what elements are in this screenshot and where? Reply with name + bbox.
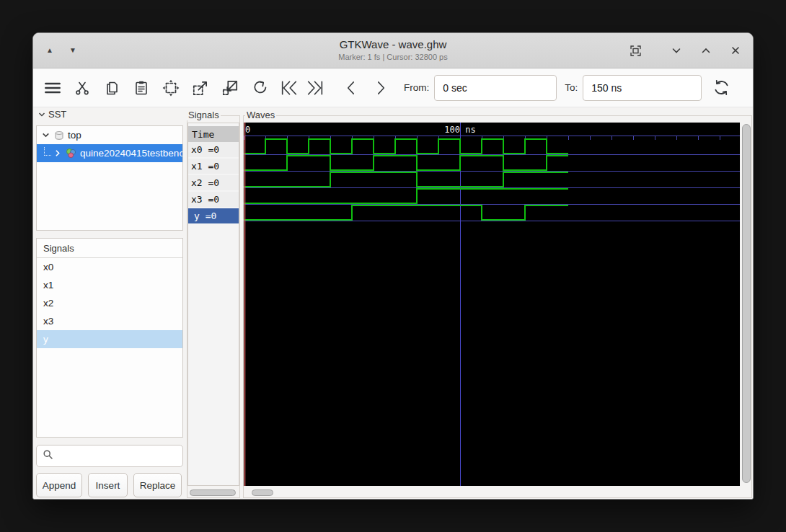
to-label: To: [565, 82, 578, 93]
minimize-icon[interactable] [671, 45, 682, 56]
zoom-in-icon[interactable] [190, 77, 211, 99]
wave-names-frame-label: Signals [187, 110, 221, 120]
gtkwave-window: ▲ ▼ GTKWave - wave.ghw Marker: 1 fs | Cu… [32, 32, 754, 500]
chevron-right-icon[interactable] [53, 148, 62, 158]
marker-cursor-statusline: Marker: 1 fs | Cursor: 32800 ps [177, 53, 609, 61]
jump-to-start-icon[interactable] [278, 77, 300, 99]
chevron-down-icon [37, 110, 46, 119]
signal-list-item-x2[interactable]: x2 [37, 294, 182, 312]
insert-button[interactable]: Insert [88, 473, 128, 497]
sst-label: SST [48, 109, 66, 120]
undo-icon[interactable] [249, 77, 270, 99]
menu-icon[interactable] [42, 77, 63, 99]
signal-list-item-x1[interactable]: x1 [37, 276, 182, 294]
svg-text:0: 0 [245, 125, 250, 135]
sidebar-signals-list: x0x1x2x3y [37, 258, 182, 348]
chevron-down-icon[interactable] [41, 130, 50, 140]
tree-item-top[interactable]: top [37, 126, 182, 144]
sidebar-signals-header: Signals [37, 239, 182, 258]
titlebar[interactable]: ▲ ▼ GTKWave - wave.ghw Marker: 1 fs | Cu… [33, 33, 753, 68]
cut-icon[interactable] [71, 77, 93, 99]
module-icon [66, 148, 76, 159]
wave-canvas[interactable]: 0100 ns [244, 123, 740, 486]
next-edge-icon[interactable] [370, 77, 392, 99]
wave-names-list: x0 =0x1 =0x2 =0x3 =0y =0 [188, 142, 239, 223]
sidebar-signals-panel: Signals x0x1x2x3y [36, 238, 183, 438]
main-content: SST top [33, 107, 753, 500]
jump-to-end-icon[interactable] [304, 77, 326, 99]
to-input[interactable] [583, 75, 702, 101]
from-label: From: [404, 82, 429, 93]
signal-list-item-y[interactable]: y [37, 330, 182, 348]
waves-vscrollbar[interactable] [742, 124, 751, 483]
shade-down-button[interactable]: ▼ [69, 47, 76, 54]
tree-connector [44, 147, 51, 156]
wave-name-row-x2[interactable]: x2 =0 [188, 175, 239, 190]
database-icon [54, 130, 64, 141]
tree-item-testbench[interactable]: quine20240415testbench [37, 144, 182, 162]
append-button[interactable]: Append [36, 473, 82, 497]
wave-name-row-x1[interactable]: x1 =0 [188, 159, 239, 174]
from-input[interactable] [434, 75, 557, 101]
wave-name-row-x3[interactable]: x3 =0 [188, 192, 239, 207]
window-title: GTKWave - wave.ghw [177, 38, 609, 50]
signal-search-box[interactable] [36, 445, 183, 467]
previous-edge-icon[interactable] [340, 77, 362, 99]
wave-name-row-x0[interactable]: x0 =0 [188, 142, 239, 157]
vscrollbar-thumb[interactable] [742, 124, 751, 483]
tree-item-label: quine20240415testbench [80, 148, 183, 159]
close-icon[interactable] [730, 45, 741, 56]
wave-name-row-y[interactable]: y =0 [188, 208, 239, 223]
time-header[interactable]: Time [188, 126, 239, 142]
sst-expander[interactable]: SST [37, 109, 66, 120]
zoom-out-icon[interactable] [219, 77, 241, 99]
signal-list-item-x3[interactable]: x3 [37, 312, 182, 330]
search-input[interactable] [58, 450, 178, 462]
paste-icon[interactable] [131, 77, 152, 99]
waves-frame-label: Waves [245, 110, 276, 120]
search-icon [43, 449, 53, 463]
names-hscrollbar[interactable] [190, 489, 236, 496]
sst-tree: top quine20240415testbench [36, 125, 183, 231]
toolbar: From: To: [33, 68, 753, 107]
replace-button[interactable]: Replace [133, 473, 182, 497]
tree-item-label: top [68, 130, 81, 141]
fullscreen-icon[interactable] [629, 44, 643, 58]
waves-hscrollbar[interactable] [252, 489, 273, 496]
reload-icon[interactable] [710, 77, 732, 99]
signal-list-item-x0[interactable]: x0 [37, 258, 182, 276]
copy-icon[interactable] [101, 77, 123, 99]
shade-up-button[interactable]: ▲ [46, 47, 53, 54]
zoom-fit-icon[interactable] [160, 77, 182, 99]
wave-names-panel[interactable]: Time x0 =0x1 =0x2 =0x3 =0y =0 [187, 123, 239, 486]
maximize-icon[interactable] [700, 45, 712, 56]
